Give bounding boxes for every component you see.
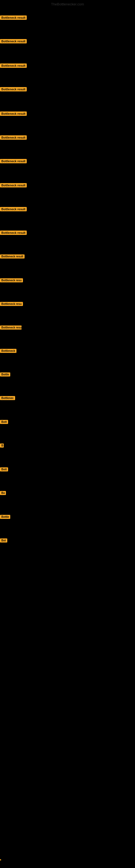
bottleneck-badge-10: Bottleneck result [0,230,27,235]
bottleneck-badge-22: Bottle [0,515,10,519]
bottleneck-badge-1: Bottleneck result [0,16,27,20]
bottleneck-badge-23: Bot [0,538,7,542]
bottleneck-badge-7: Bottleneck result [0,159,27,163]
bottleneck-badge-16: Bottle [0,372,10,376]
bottleneck-badge-13: Bottleneck resu [0,302,23,306]
bottleneck-badge-4: Bottleneck result [0,87,27,91]
bottleneck-badge-18: Bott [0,420,8,424]
bottom-marker [0,859,1,860]
bottleneck-badge-21: Bo [0,491,6,495]
site-title: TheBottlenecker.com [51,2,84,6]
bottleneck-badge-17: Bottlenec [0,396,15,400]
bottleneck-badge-6: Bottleneck result [0,135,27,140]
bottleneck-badge-9: Bottleneck result [0,207,27,211]
bottleneck-badge-12: Bottleneck resu [0,278,23,282]
bottleneck-badge-5: Bottleneck result [0,112,27,116]
bottleneck-badge-19: B [0,443,4,447]
bottleneck-badge-11: Bottleneck result [0,254,25,258]
bottleneck-badge-14: Bottleneck resu [0,326,21,330]
bottleneck-badge-3: Bottleneck result [0,63,27,68]
bottleneck-badge-2: Bottleneck result [0,39,27,43]
bottleneck-badge-20: Bott [0,467,8,471]
bottleneck-badge-8: Bottleneck result [0,183,27,187]
bottleneck-badge-15: Bottleneck [0,349,16,353]
